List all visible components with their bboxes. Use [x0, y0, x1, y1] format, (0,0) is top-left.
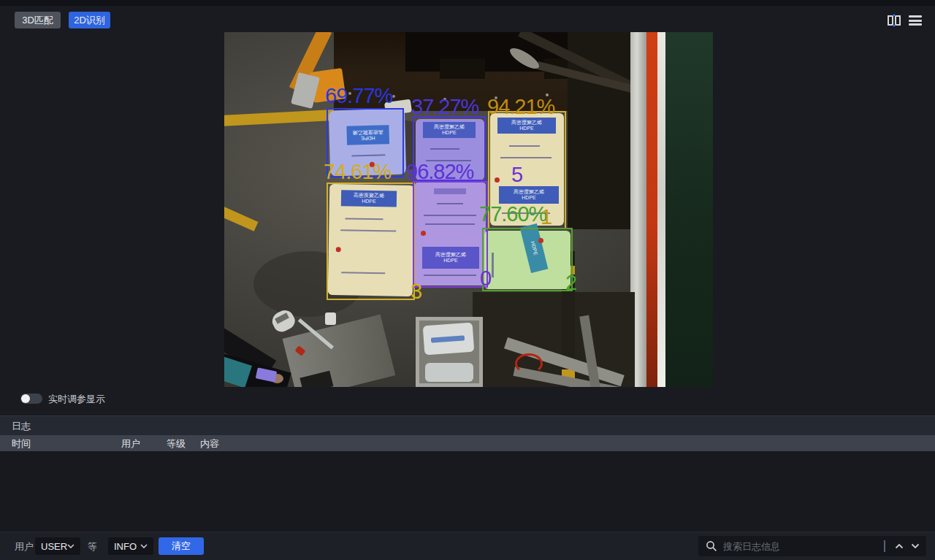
log-table-body [0, 451, 935, 532]
chevron-up-icon [895, 543, 904, 549]
chevron-down-icon [911, 543, 920, 549]
log-col-level: 等级 [167, 437, 186, 450]
user-filter-label: 用户 [15, 540, 34, 553]
detection-score: 77.60% [479, 203, 546, 225]
chevron-down-icon [140, 544, 148, 548]
search-prev-button[interactable] [891, 538, 907, 554]
clear-log-button[interactable]: 清空 [159, 537, 204, 555]
menu-bar [909, 20, 922, 22]
camera-image: HDPE 高密度聚乙烯 高密度聚乙烯 HDPE 高密度聚乙烯 HDPE [224, 32, 713, 387]
red-cable [515, 353, 543, 374]
red-safety-strip [646, 32, 657, 387]
menu-bar [909, 15, 922, 18]
green-wall-panel [665, 32, 713, 387]
detection-index: 5 [511, 164, 523, 185]
rod-holder [325, 312, 336, 325]
tab-3d-match[interactable]: 3D匹配 [15, 12, 61, 28]
detection-score: 37.27% [411, 96, 478, 118]
detection-box [482, 228, 573, 291]
compare-view-icon[interactable] [887, 14, 901, 27]
realtime-param-toggle[interactable] [20, 394, 42, 404]
machine-keypad [299, 371, 333, 387]
user-filter-value: USER [41, 541, 67, 552]
detection-index: 1 [541, 206, 552, 228]
level-filter-value: INFO [114, 541, 137, 552]
log-table-header: 时间 用户 等级 内容 [0, 435, 935, 451]
menu-bar [909, 23, 922, 26]
log-col-time: 时间 [12, 437, 31, 450]
log-panel-titlebar: 日志 [0, 415, 935, 435]
app-window: 3D匹配 2D识别 [0, 0, 935, 560]
tab-3d-label: 3D匹配 [22, 14, 53, 27]
detection-score: 96.82% [406, 161, 473, 183]
level-filter-label: 等 [88, 540, 97, 553]
search-next-button[interactable] [907, 538, 923, 554]
log-search-input[interactable] [723, 541, 878, 552]
plastic-bag [425, 363, 473, 382]
detection-box [413, 181, 488, 288]
log-col-user: 用户 [121, 437, 140, 450]
detection-index: 0 [480, 267, 492, 289]
tab-2d-recognition[interactable]: 2D识别 [69, 12, 110, 28]
user-filter-select[interactable]: USER [35, 537, 80, 555]
white-strip [657, 32, 665, 387]
chevron-down-icon [67, 544, 75, 548]
log-search-bar [698, 536, 926, 556]
detection-box [327, 183, 415, 300]
log-col-content: 内容 [200, 437, 219, 450]
search-separator [884, 540, 885, 552]
detection-index: 2 [565, 272, 577, 294]
log-filter-bar: 用户 USER 等 INFO 清空 [0, 532, 935, 560]
detection-index: 3 [411, 280, 422, 302]
search-icon [706, 540, 717, 552]
conveyor-cart [416, 317, 483, 387]
realtime-param-label: 实时调参显示 [48, 393, 105, 406]
log-panel-title: 日志 [12, 420, 31, 433]
title-strip [0, 0, 935, 6]
level-filter-select[interactable]: INFO [108, 537, 153, 555]
tab-2d-label: 2D识别 [74, 14, 105, 27]
toggle-knob [21, 394, 30, 403]
detection-score: 69.77% [325, 85, 392, 107]
menu-icon[interactable] [908, 14, 923, 27]
bracket-plate [440, 58, 485, 79]
detection-score: 74.61% [324, 161, 391, 183]
detection-score: 94.21% [487, 96, 554, 118]
